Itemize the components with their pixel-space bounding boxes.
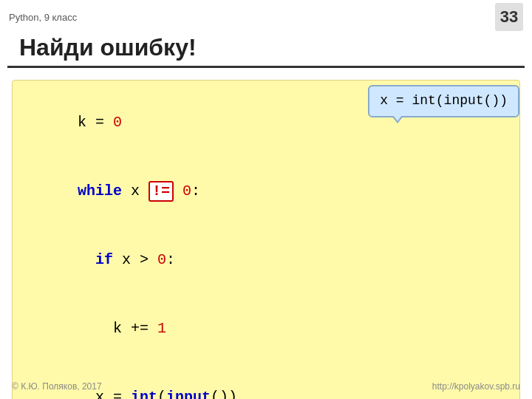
code-if: if — [95, 251, 113, 268]
code-cond: x > — [113, 251, 157, 268]
code-x-space: x — [122, 183, 149, 200]
code-block: x = int(input()) k = 0 while x != 0: if … — [12, 80, 520, 399]
code-colon2: : — [166, 251, 175, 268]
footer-right: http://kpolyakov.spb.ru — [432, 381, 520, 392]
code-line-2: while x != 0: — [24, 157, 508, 225]
tooltip-text: x = int(input()) — [380, 93, 508, 108]
code-one: 1 — [157, 320, 166, 337]
footer: © К.Ю. Поляков, 2017 http://kpolyakov.sp… — [12, 381, 520, 392]
header: Python, 9 класс 33 — [0, 0, 532, 31]
code-while: while — [78, 183, 122, 200]
slide-number: 33 — [495, 3, 523, 31]
code-neq: != — [149, 181, 174, 202]
code-zero: 0 — [113, 114, 122, 131]
code-indent2: k += — [78, 320, 157, 337]
footer-left: © К.Ю. Поляков, 2017 — [12, 381, 102, 392]
tooltip-bubble: x = int(input()) — [368, 85, 519, 117]
code-line-3: if x > 0: — [24, 225, 508, 294]
code-zero2: 0 — [157, 251, 166, 268]
code-zero-colon: 0: — [174, 183, 200, 200]
code-k: k = — [78, 114, 113, 131]
content-area: x = int(input()) k = 0 while x != 0: if … — [0, 68, 532, 399]
page-title: Найди ошибку! — [7, 31, 525, 68]
code-indent1 — [78, 251, 95, 268]
code-line-4: k += 1 — [24, 294, 508, 363]
course-label: Python, 9 класс — [9, 12, 77, 23]
